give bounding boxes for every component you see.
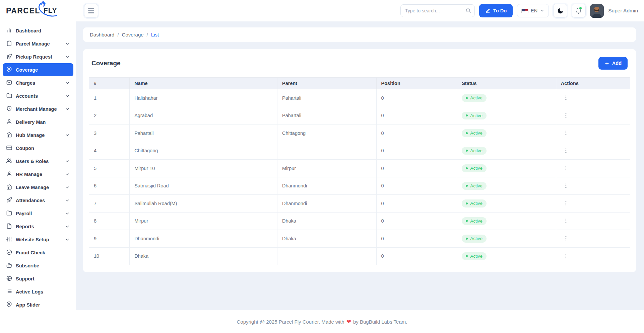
row-actions-button[interactable] — [561, 199, 571, 207]
language-selector[interactable]: EN — [517, 4, 549, 17]
sidebar-item-subscribe[interactable]: Subscribe — [3, 259, 73, 272]
cell-status: Active — [457, 107, 556, 124]
thumbs-up-icon — [6, 262, 12, 268]
top-bar: PARCEL ✈ FLY To Do EN — [0, 0, 644, 21]
search-input[interactable] — [400, 4, 475, 17]
cell-index: 2 — [89, 107, 130, 124]
heart-icon: ❤ — [346, 318, 351, 325]
breadcrumb-item-dashboard[interactable]: Dashboard — [90, 32, 114, 37]
folder-icon — [6, 93, 12, 98]
chevron-down-icon — [65, 198, 70, 203]
cell-position: 0 — [376, 124, 457, 142]
sidebar-item-reports[interactable]: Reports — [3, 220, 73, 233]
footer: Copyright @ 2025 Parcel Fly Courier. Mad… — [0, 310, 644, 333]
status-badge: Active — [462, 112, 487, 120]
row-actions-button[interactable] — [561, 112, 571, 119]
breadcrumb-item-list: List — [151, 32, 159, 37]
status-badge: Active — [462, 199, 487, 207]
row-actions-button[interactable] — [561, 182, 571, 189]
sidebar-item-delivery-man[interactable]: Delivery Man — [3, 115, 73, 129]
row-actions-button[interactable] — [561, 235, 571, 242]
cell-actions — [556, 212, 630, 230]
cell-position: 0 — [376, 107, 457, 124]
sidebar-item-coupon[interactable]: Coupon — [3, 142, 73, 155]
sidebar-item-active-logs[interactable]: Active Logs — [3, 285, 73, 298]
cell-name: Salimullah Road(M) — [130, 195, 277, 213]
status-dot-icon — [466, 167, 468, 169]
cell-index: 8 — [89, 212, 130, 230]
sidebar-item-support[interactable]: Support — [3, 272, 73, 285]
sidebar-item-app-slider[interactable]: App Slider — [3, 298, 73, 310]
table-row: 1 Halishahar Pahartali 0 Active — [89, 89, 630, 107]
cell-status: Active — [457, 177, 556, 195]
status-badge: Active — [462, 217, 487, 225]
sidebar-item-leave-manage[interactable]: Leave Manage — [3, 181, 73, 194]
cell-name: Pahartali — [130, 124, 277, 142]
home-icon — [6, 132, 12, 138]
status-badge: Active — [462, 182, 487, 190]
chevron-down-icon — [65, 41, 70, 46]
kebab-icon — [563, 112, 569, 118]
chevron-down-icon — [540, 8, 544, 13]
column-header-actions: Actions — [556, 78, 630, 89]
file-text-icon — [6, 223, 12, 230]
sidebar-item-hr-manage[interactable]: HR Manage — [3, 168, 73, 181]
add-button[interactable]: Add — [598, 57, 628, 70]
user-name: Super Admin — [608, 8, 638, 14]
kebab-icon — [563, 183, 569, 189]
sidebar-item-coverage[interactable]: Coverage — [3, 63, 73, 76]
status-dot-icon — [466, 202, 468, 204]
sidebar-item-attendances[interactable]: Attendances — [3, 194, 73, 207]
breadcrumb-item-coverage[interactable]: Coverage — [122, 32, 144, 37]
row-actions-button[interactable] — [561, 252, 571, 260]
list-icon — [6, 288, 12, 294]
status-badge: Active — [462, 235, 487, 243]
sidebar-item-accounts[interactable]: Accounts — [3, 89, 73, 102]
user-avatar[interactable] — [590, 4, 604, 18]
column-header-position: Position — [376, 78, 457, 89]
map-pin-icon — [6, 67, 12, 73]
cell-actions — [556, 89, 630, 107]
bar-chart-icon — [6, 27, 12, 33]
sidebar-item-payroll[interactable]: Payroll — [3, 207, 73, 220]
sidebar-item-dashboard[interactable]: Dashboard — [3, 24, 73, 37]
row-actions-button[interactable] — [561, 129, 571, 137]
sidebar-item-parcel-manage[interactable]: Parcel Manage — [3, 37, 73, 50]
sidebar-item-users-roles[interactable]: Users & Roles — [3, 155, 73, 168]
sidebar-item-hub-manage[interactable]: Hub Manage — [3, 129, 73, 142]
dark-mode-toggle[interactable] — [553, 4, 567, 18]
status-badge: Active — [462, 147, 487, 155]
notifications-button[interactable] — [572, 4, 586, 18]
table-row: 5 Mirpur 10 Mirpur 0 Active — [89, 160, 630, 177]
sidebar-item-fraud-check[interactable]: Fraud Check — [3, 246, 73, 259]
brand-logo[interactable]: PARCEL ✈ FLY — [0, 7, 76, 15]
sidebar-item-pickup-request[interactable]: Pickup Request — [3, 50, 73, 63]
sidebar-toggle-button[interactable] — [84, 4, 98, 18]
sidebar-item-merchant-manage[interactable]: Merchant Manage — [3, 102, 73, 115]
row-actions-button[interactable] — [561, 94, 571, 101]
sidebar-item-website-setup[interactable]: Website Setup — [3, 233, 73, 246]
row-actions-button[interactable] — [561, 147, 571, 154]
status-badge: Active — [462, 252, 487, 260]
cell-position: 0 — [376, 89, 457, 107]
clipboard-icon — [6, 40, 12, 46]
chevron-down-icon — [65, 172, 70, 177]
kebab-icon — [563, 130, 569, 136]
file-text-icon — [6, 223, 12, 229]
home-icon — [6, 132, 12, 139]
cell-status: Active — [457, 195, 556, 213]
cell-index: 7 — [89, 195, 130, 213]
check-circle-icon — [6, 249, 12, 256]
breadcrumb: Dashboard/Coverage/List — [83, 27, 636, 42]
credit-card-icon — [6, 145, 12, 151]
map-pin-icon — [6, 302, 12, 308]
cell-actions — [556, 124, 630, 142]
home-icon — [6, 184, 12, 190]
cell-status: Active — [457, 160, 556, 177]
todo-button[interactable]: To Do — [479, 4, 513, 17]
sidebar-item-charges[interactable]: Charges — [3, 76, 73, 89]
row-actions-button[interactable] — [561, 164, 571, 172]
row-actions-button[interactable] — [561, 217, 571, 225]
table-row: 9 Dhanmondi Dhaka 0 Active — [89, 230, 630, 248]
column-header-index: # — [89, 78, 130, 89]
